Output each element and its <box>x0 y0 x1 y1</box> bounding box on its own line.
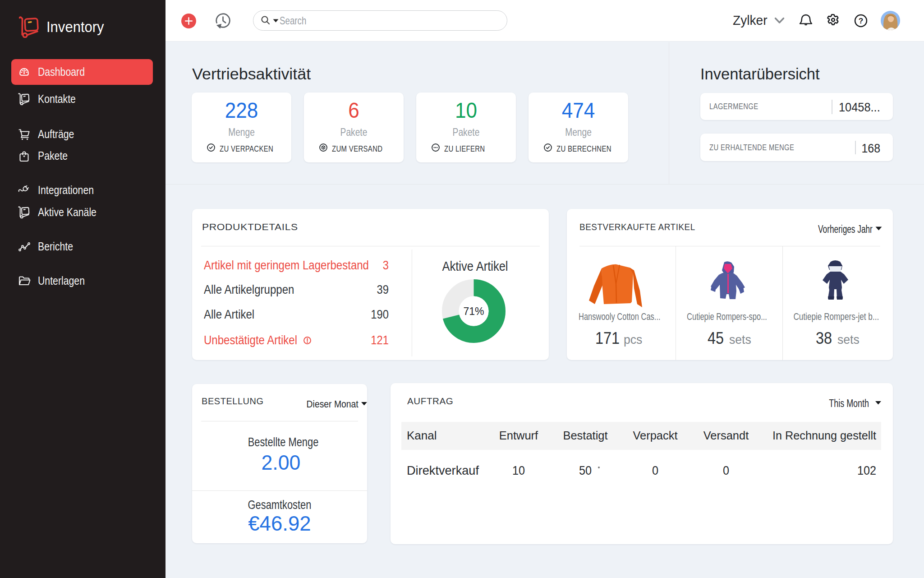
svg-text:71%: 71% <box>463 305 484 317</box>
svg-text:?: ? <box>859 16 864 25</box>
